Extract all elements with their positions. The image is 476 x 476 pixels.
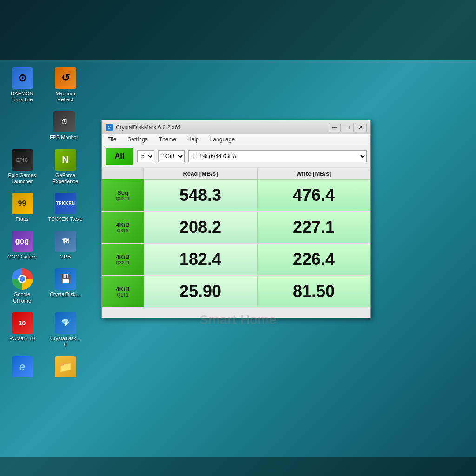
icon-row-3: 99 Fraps TEKKEN TEKKEN 7.exe [2,191,95,225]
desktop-icon-grb[interactable]: 🗺 GRB [46,228,85,262]
grb-icon: 🗺 [55,231,76,252]
row-label-4kib-q1t1: 4KiB Q1T1 [102,276,144,307]
window-title-text: CrystalDiskMark 6.0.2 x64 [116,124,181,131]
row-label-seq: Seq Q32T1 [102,179,144,211]
desktop-icon-pcmark[interactable]: 10 PCMark 10 [2,310,42,350]
daemon-icon: ⊙ [12,67,33,89]
daemon-label: DAEMONTools Lite [11,91,33,103]
macrium-label: MacriumReflect [55,91,75,103]
desktop-icon-epic[interactable]: EPIC Epic GamesLauncher [2,147,42,187]
4kib-q1t1-main: 4KiB [116,285,130,292]
4kib-q8t8-sub: Q8T8 [117,228,128,233]
drive-select[interactable]: E: 1% (6/447GiB) [188,150,367,162]
window-title-area: C CrystalDiskMark 6.0.2 x64 [106,124,181,131]
4kib-q32t1-main: 4KiB [116,253,130,260]
grb-label: GRB [60,254,71,260]
result-row-seq: Seq Q32T1 548.3 476.4 [102,179,370,212]
folder-icon: 📁 [55,356,76,377]
icon-row-4: gog GOG Galaxy 🗺 GRB [2,228,95,262]
desktop-icon-tekken[interactable]: TEKKEN TEKKEN 7.exe [46,191,85,225]
menu-settings[interactable]: Settings [126,135,149,144]
4kib-q32t1-sub: Q32T1 [116,260,130,265]
4kib-q8t8-write-value: 227.1 [257,212,370,243]
desktop-icon-fps[interactable]: ⏱ FPS Monitor [44,109,84,143]
tekken-icon: TEKKEN [55,193,76,214]
geforce-label: GeForceExperience [53,172,78,185]
window-toolbar: All 5 1GiB E: 1% (6/447GiB) [102,145,370,168]
desktop-icon-fraps[interactable]: 99 Fraps [2,191,42,225]
gog-icon: gog [12,231,33,252]
window-menubar: File Settings Theme Help Language [102,134,370,145]
cdm-icon: 💾 [55,268,76,290]
result-row-4kib-q8t8: 4KiB Q8T8 208.2 227.1 [102,212,370,244]
4kib-q32t1-read-value: 182.4 [144,244,257,275]
close-button[interactable]: ✕ [355,123,367,132]
fps-label: FPS Monitor [50,134,78,140]
desktop-icon-daemon[interactable]: ⊙ DAEMONTools Lite [2,65,42,105]
maximize-button[interactable]: □ [342,123,354,132]
seq-sub: Q32T1 [116,196,130,201]
4kib-q1t1-write-value: 81.50 [257,276,370,307]
window-titlebar: C CrystalDiskMark 6.0.2 x64 — □ ✕ [102,120,370,134]
minimize-button[interactable]: — [329,123,341,132]
size-select[interactable]: 1GiB [158,150,185,162]
menu-language[interactable]: Language [208,135,237,144]
header-empty [102,168,144,179]
menu-theme[interactable]: Theme [157,135,178,144]
ie-icon: e [12,356,33,377]
header-write: Write [MB/s] [257,168,370,179]
icon-row-5: Google Chrome 💾 CrystalDiskl... [2,266,95,306]
4kib-q1t1-read-value: 25.90 [144,276,257,307]
icon-row-6: 10 PCMark 10 💎 CrystalDisk...6 [2,310,95,350]
result-row-4kib-q32t1: 4KiB Q32T1 182.4 226.4 [102,244,370,276]
taskbar [0,457,476,476]
tekken-label: TEKKEN 7.exe [48,216,83,222]
results-header: Read [MB/s] Write [MB/s] [102,168,370,179]
chrome-icon [12,268,33,290]
row-label-4kib-q32t1: 4KiB Q32T1 [102,244,144,275]
menu-file[interactable]: File [106,135,118,144]
crystaldiskmark-window: C CrystalDiskMark 6.0.2 x64 — □ ✕ File S… [101,120,371,318]
icon-row-2: EPIC Epic GamesLauncher N GeForceExperie… [2,147,95,187]
4kib-q8t8-main: 4KiB [116,221,130,228]
desktop-icon-geforce[interactable]: N GeForceExperience [46,147,85,187]
fraps-label: Fraps [15,216,28,222]
desktop-icon-macrium[interactable]: ↺ MacriumReflect [46,65,85,105]
epic-icon: EPIC [12,149,33,171]
desktop-icon-ie[interactable]: e [2,354,42,382]
results-area: Read [MB/s] Write [MB/s] Seq Q32T1 548.3… [102,168,370,308]
desktop-icon-gog[interactable]: gog GOG Galaxy [2,228,42,262]
desktop-icon-area: ⊙ DAEMONTools Lite ↺ MacriumReflect ⏱ FP… [0,60,98,386]
chrome-label: Google Chrome [5,291,40,304]
menu-help[interactable]: Help [185,135,201,144]
pcmark-icon: 10 [12,312,33,334]
icon-row-7: e 📁 [2,354,95,382]
gog-label: GOG Galaxy [7,254,37,260]
desktop: ⊙ DAEMONTools Lite ↺ MacriumReflect ⏱ FP… [0,0,476,476]
all-button[interactable]: All [106,148,133,165]
epic-label: Epic GamesLauncher [8,172,36,185]
seq-main: Seq [117,189,128,196]
macrium-icon: ↺ [55,67,76,89]
fps-icon: ⏱ [53,111,75,132]
window-controls: — □ ✕ [329,123,367,132]
pcmark-label: PCMark 10 [9,336,35,342]
desktop-icon-chrome[interactable]: Google Chrome [2,266,42,306]
4kib-q32t1-write-value: 226.4 [257,244,370,275]
cdm6-label: CrystalDisk...6 [50,336,80,348]
desktop-icon-cdm[interactable]: 💾 CrystalDiskl... [46,266,85,306]
count-select[interactable]: 5 [137,150,154,162]
window-statusbar [102,308,370,318]
desktop-icon-cdm6[interactable]: 💎 CrystalDisk...6 [46,310,85,350]
row-label-4kib-q8t8: 4KiB Q8T8 [102,212,144,243]
seq-read-value: 548.3 [144,179,257,211]
cdm6-icon: 💎 [55,312,76,334]
desktop-icon-folder[interactable]: 📁 [46,354,85,382]
result-row-4kib-q1t1: 4KiB Q1T1 25.90 81.50 [102,276,370,308]
seq-write-value: 476.4 [257,179,370,211]
4kib-q1t1-sub: Q1T1 [117,292,128,298]
icon-row-fps: ⏱ FPS Monitor [2,109,95,143]
fraps-icon: 99 [12,193,33,214]
geforce-icon: N [55,149,76,171]
header-read: Read [MB/s] [144,168,257,179]
